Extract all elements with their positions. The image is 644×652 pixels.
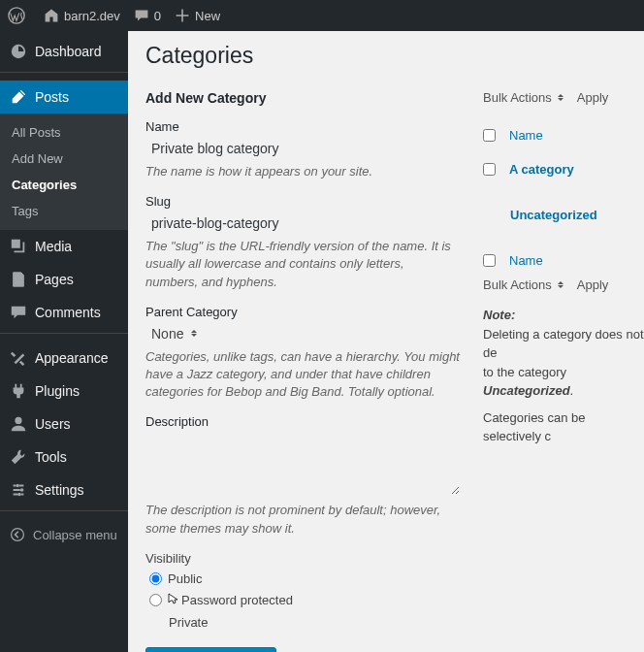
parent-hint: Categories, unlike tags, can have a hier… (145, 348, 460, 402)
add-category-button[interactable]: Add New Category (145, 647, 276, 652)
content-area: Categories Add New Category Name The nam… (128, 31, 644, 652)
menu-appearance[interactable]: Appearance (0, 342, 128, 375)
submenu-add-new[interactable]: Add New (0, 146, 128, 172)
submenu-categories[interactable]: Categories (0, 172, 128, 198)
site-name: barn2.dev (64, 9, 120, 23)
admin-sidebar: Dashboard Posts All Posts Add New Catego… (0, 31, 128, 652)
menu-pages-label: Pages (35, 272, 74, 287)
new-label: New (195, 9, 220, 23)
parent-select[interactable]: None (145, 323, 189, 344)
note-category: Uncategorized (483, 383, 570, 398)
select-arrow-icon (558, 91, 564, 104)
svg-point-2 (16, 484, 19, 488)
name-input[interactable] (145, 138, 460, 159)
apply-button[interactable]: Apply (577, 90, 609, 105)
collapse-label: Collapse menu (33, 528, 117, 542)
submenu-tags[interactable]: Tags (0, 198, 128, 224)
menu-media-label: Media (35, 239, 72, 254)
description-hint: The description is not prominent by defa… (145, 502, 460, 537)
select-all-checkbox[interactable] (483, 254, 496, 267)
menu-users[interactable]: Users (0, 408, 128, 440)
visibility-public-radio[interactable] (149, 572, 162, 585)
menu-posts[interactable]: Posts (0, 81, 128, 114)
svg-point-4 (17, 493, 21, 497)
table-header-row: Name (483, 118, 644, 152)
visibility-private-option[interactable]: Private (145, 615, 460, 630)
comments-link[interactable]: 0 (134, 8, 161, 23)
bulk-select[interactable]: Bulk Actions (483, 277, 552, 292)
table-row: Uncategorized (483, 186, 644, 244)
menu-dashboard-label: Dashboard (35, 44, 102, 59)
menu-plugins[interactable]: Plugins (0, 375, 128, 408)
submenu-all-posts[interactable]: All Posts (0, 119, 128, 146)
menu-dashboard[interactable]: Dashboard (0, 35, 128, 68)
visibility-public-label: Public (168, 571, 202, 586)
cursor-icon (164, 592, 179, 609)
slug-hint: The "slug" is the URL-friendly version o… (145, 238, 460, 291)
svg-point-1 (15, 417, 21, 424)
admin-toolbar: barn2.dev 0 New (0, 0, 644, 31)
visibility-public-option[interactable]: Public (145, 571, 460, 586)
svg-point-3 (20, 488, 24, 492)
slug-label: Slug (145, 194, 460, 209)
menu-appearance-label: Appearance (35, 350, 109, 366)
note-line: Categories can be selectively c (483, 410, 586, 444)
site-link[interactable]: barn2.dev (44, 8, 120, 23)
category-list: Bulk Actions Apply Name A category Uncat… (477, 90, 644, 652)
menu-tools-label: Tools (35, 449, 67, 465)
slug-input[interactable] (145, 212, 460, 234)
category-link[interactable]: A category (509, 162, 574, 177)
menu-comments[interactable]: Comments (0, 296, 128, 329)
visibility-password-label: Password protected (181, 593, 293, 607)
row-checkbox[interactable] (483, 163, 496, 176)
select-arrow-icon (191, 327, 197, 340)
note-heading: Note: (483, 306, 644, 325)
new-link[interactable]: New (175, 8, 220, 23)
page-title: Categories (145, 43, 644, 69)
name-label: Name (145, 119, 460, 134)
comments-count: 0 (154, 9, 161, 23)
menu-media[interactable]: Media (0, 230, 128, 263)
bulk-actions-bottom: Bulk Actions Apply (483, 277, 644, 292)
menu-plugins-label: Plugins (35, 383, 80, 399)
bulk-actions-top: Bulk Actions Apply (483, 90, 644, 105)
parent-label: Parent Category (145, 305, 460, 319)
add-category-form: Add New Category Name The name is how it… (145, 90, 477, 652)
select-arrow-icon (558, 278, 564, 291)
menu-settings-label: Settings (35, 482, 84, 498)
column-name[interactable]: Name (509, 253, 543, 268)
visibility-password-option[interactable]: Password protected (145, 592, 460, 609)
collapse-menu[interactable]: Collapse menu (0, 519, 128, 550)
description-input[interactable] (145, 433, 460, 495)
menu-tools[interactable]: Tools (0, 440, 128, 473)
note-text: Note: Deleting a category does not de to… (483, 306, 644, 446)
apply-button[interactable]: Apply (577, 277, 609, 292)
select-all-checkbox[interactable] (483, 129, 496, 142)
column-name[interactable]: Name (509, 128, 543, 143)
note-line: to the category (483, 365, 566, 379)
svg-point-5 (12, 529, 24, 541)
visibility-private-label: Private (169, 615, 208, 630)
name-hint: The name is how it appears on your site. (145, 163, 460, 180)
bulk-select[interactable]: Bulk Actions (483, 90, 552, 105)
category-link[interactable]: Uncategorized (510, 208, 597, 222)
form-heading: Add New Category (145, 90, 460, 106)
menu-users-label: Users (35, 416, 71, 432)
menu-comments-label: Comments (35, 305, 101, 320)
menu-posts-label: Posts (35, 89, 69, 105)
menu-pages[interactable]: Pages (0, 263, 128, 296)
wp-logo[interactable] (8, 7, 30, 24)
table-row: A category (483, 152, 644, 186)
note-line: Deleting a category does not de (483, 327, 644, 361)
visibility-label: Visibility (145, 551, 191, 566)
table-footer-row: Name (483, 244, 644, 277)
visibility-password-radio[interactable] (149, 594, 162, 606)
description-label: Description (145, 414, 460, 429)
menu-settings[interactable]: Settings (0, 473, 128, 506)
submenu-posts: All Posts Add New Categories Tags (0, 114, 128, 230)
